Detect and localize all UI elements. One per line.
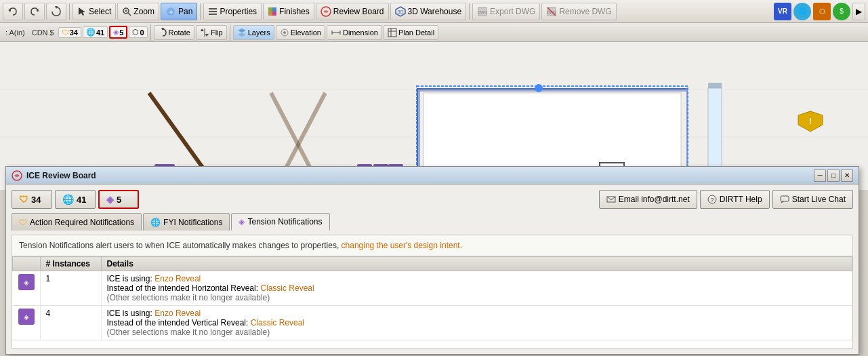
col-instances: # Instances <box>40 257 101 271</box>
tension-count-button[interactable]: ◈ 5 <box>98 190 139 209</box>
svg-rect-10 <box>209 8 217 9</box>
properties-label: Properties <box>220 7 257 16</box>
count1-val: 34 <box>70 28 78 37</box>
dimension-button[interactable]: Dimension <box>327 25 382 40</box>
pan-label: Pan <box>178 7 192 16</box>
row1-note: (Other selections make it no longer avai… <box>107 293 847 302</box>
tension-count: 5 <box>117 195 121 205</box>
count-badge-2[interactable]: 🌐 41 <box>83 26 108 38</box>
warehouse-button[interactable]: 3D 3D Warehouse <box>390 3 467 20</box>
svg-marker-30 <box>238 33 246 37</box>
refresh-button[interactable] <box>46 3 66 20</box>
table-row: ◈ 4 ICE is using: Enzo Reveal Instead of… <box>13 306 852 340</box>
col-details: Details <box>101 257 852 271</box>
tab-fyi-label: FYI Notifications <box>163 218 222 227</box>
svg-point-32 <box>283 31 286 34</box>
row1-link2[interactable]: Classic Reveal <box>260 283 314 293</box>
tab-action-label: Action Required Notifications <box>30 218 134 227</box>
svg-marker-27 <box>201 28 204 31</box>
email-label: Email info@dirtt.net <box>619 195 690 204</box>
svg-rect-36 <box>388 28 396 37</box>
svg-point-71 <box>535 84 543 92</box>
svg-rect-54 <box>423 93 681 174</box>
row1-instances: 1 <box>40 271 101 306</box>
properties-button[interactable]: Properties <box>203 3 262 20</box>
action-count-button[interactable]: 🛡 34 <box>12 190 52 209</box>
reviewboard-button[interactable]: Review Board <box>316 3 389 20</box>
row2-tension-icon: ◈ <box>18 309 35 325</box>
chat-label: Start Live Chat <box>792 195 846 204</box>
count-badge-1[interactable]: 🛡 34 <box>58 27 81 38</box>
rotate-button[interactable]: Rotate <box>154 25 194 40</box>
svg-rect-16 <box>272 12 276 16</box>
dialog-icon <box>12 170 22 181</box>
chat-button[interactable]: Start Live Chat <box>772 190 853 209</box>
action-count: 34 <box>31 195 41 205</box>
svg-text:!: ! <box>809 117 812 126</box>
redo-button[interactable] <box>24 3 45 20</box>
chat-icon <box>780 195 789 204</box>
more-button[interactable]: ▶ <box>852 3 865 20</box>
count2-val: 41 <box>96 28 104 37</box>
notifications-table: # Instances Details ◈ 1 ICE is using: <box>12 256 852 340</box>
row2-icon-cell: ◈ <box>13 306 41 340</box>
count-badge-4[interactable]: ⬡ 0 <box>129 26 147 38</box>
undo-button[interactable] <box>3 3 23 20</box>
svg-rect-55 <box>708 83 722 88</box>
table-container: Tension Notifications alert users to whe… <box>12 235 853 349</box>
tab-tension-icon: ◈ <box>239 217 245 226</box>
green-app-icon[interactable]: $ <box>833 3 850 20</box>
review-board-dialog: ICE Review Board ─ □ ✕ 🛡 34 🌐 41 ◈ 5 <box>5 166 859 355</box>
separator <box>69 3 70 20</box>
toolbar-top: Select Zoom ✛ Pan Properties Finishes Re… <box>0 0 868 23</box>
shield-icon-btn: 🛡 <box>19 194 28 205</box>
warehouse-label: 3D Warehouse <box>408 7 462 16</box>
svg-marker-3 <box>79 7 85 16</box>
close-button[interactable]: ✕ <box>841 170 853 182</box>
vr-icon[interactable]: VR <box>774 3 791 20</box>
button-row: 🛡 34 🌐 41 ◈ 5 Email info@dirtt.net ? DIR… <box>12 190 853 209</box>
tab-tension[interactable]: ◈ Tension Notifications <box>231 213 329 231</box>
row2-link1[interactable]: Enzo Reveal <box>154 309 201 318</box>
sep-second <box>150 24 151 41</box>
svg-rect-14 <box>272 7 276 12</box>
flip-button[interactable]: Flip <box>196 25 227 40</box>
svg-text:✛: ✛ <box>169 9 173 16</box>
maximize-button[interactable]: □ <box>827 170 840 182</box>
svg-rect-15 <box>268 12 272 16</box>
tab-bar: 🛡 Action Required Notifications 🌐 FYI No… <box>12 213 853 231</box>
count-badge-3[interactable]: ◈ 5 <box>109 26 127 39</box>
layers-button[interactable]: Layers <box>233 25 274 40</box>
tab-action-icon: 🛡 <box>19 218 27 227</box>
export-dwg-button[interactable]: DWG Export DWG <box>472 3 540 20</box>
dialog-title: ICE Review Board <box>26 171 810 180</box>
minimize-button[interactable]: ─ <box>814 170 826 182</box>
zoom-label: Zoom <box>133 7 154 16</box>
row1-icon-cell: ◈ <box>13 271 41 306</box>
tension-icon-btn: ◈ <box>106 194 114 205</box>
help-button[interactable]: ? DIRTT Help <box>700 190 770 209</box>
svg-marker-29 <box>238 28 246 33</box>
row2-instances: 4 <box>40 306 101 340</box>
orange-app-icon[interactable]: ⬡ <box>813 3 831 20</box>
svg-rect-79 <box>781 196 789 201</box>
row2-note: (Other selections make it no longer avai… <box>107 328 847 337</box>
finishes-button[interactable]: Finishes <box>263 3 314 20</box>
select-button[interactable]: Select <box>73 3 116 20</box>
dialog-body: 🛡 34 🌐 41 ◈ 5 Email info@dirtt.net ? DIR… <box>6 184 859 354</box>
remove-dwg-label: Remove DWG <box>559 7 611 16</box>
row1-link1[interactable]: Enzo Reveal <box>154 274 201 283</box>
select-label: Select <box>89 7 111 16</box>
elevation-button[interactable]: Elevation <box>276 25 325 40</box>
remove-dwg-button[interactable]: DWG Remove DWG <box>541 3 616 20</box>
plan-detail-button[interactable]: Plan Detail <box>384 25 438 40</box>
row2-link2[interactable]: Classic Reveal <box>251 318 304 328</box>
pan-button[interactable]: ✛ Pan <box>161 3 197 20</box>
fyi-count-button[interactable]: 🌐 41 <box>55 190 96 209</box>
email-button[interactable]: Email info@dirtt.net <box>599 190 697 209</box>
globe-icon[interactable]: 🌐 <box>793 3 811 20</box>
tab-fyi[interactable]: 🌐 FYI Notifications <box>143 213 230 231</box>
tab-action-required[interactable]: 🛡 Action Required Notifications <box>12 213 142 231</box>
notification-description: Tension Notifications alert users to whe… <box>12 235 852 256</box>
zoom-button[interactable]: Zoom <box>117 3 159 20</box>
